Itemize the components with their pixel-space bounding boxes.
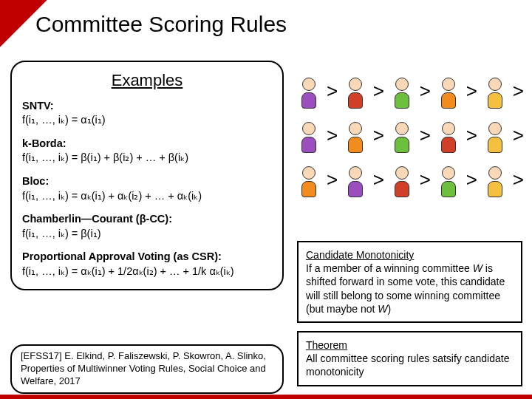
reference-box: [EFSS17] E. Elkind, P. Faliszewski, P. S… [10, 344, 284, 394]
candidate-icon [344, 73, 367, 109]
greater-than-icon: > [512, 124, 525, 147]
greater-than-icon: > [466, 80, 478, 103]
candidate-icon [483, 162, 507, 197]
kborda-label: k-Borda: [22, 137, 66, 149]
footer-accent [0, 395, 532, 399]
greater-than-icon: > [326, 168, 338, 191]
thm-text: All committee scoring rules satsify cand… [306, 352, 509, 378]
monotonicity-box: Candidate Monotonicity If a member of a … [297, 241, 522, 323]
candidate-icon [297, 73, 321, 109]
candidate-icon [390, 73, 414, 109]
mono-text: If a member of a winning committee W is … [306, 262, 505, 315]
greater-than-icon: > [466, 124, 478, 147]
greater-than-icon: > [466, 168, 478, 191]
greater-than-icon: > [326, 124, 338, 147]
pav-formula: f(i₁, …, iₖ) = αₖ(i₁) + 1/2αₖ(i₂) + … + … [22, 265, 234, 277]
greater-than-icon: > [326, 80, 338, 103]
candidate-icon [344, 117, 367, 153]
greater-than-icon: > [372, 80, 385, 103]
greater-than-icon: > [419, 80, 432, 103]
candidate-icon [437, 117, 460, 153]
sntv-formula: f(i₁, …, iₖ) = α₁(i₁) [22, 114, 106, 126]
pref-row: >>>>> [297, 160, 525, 200]
sntv-block: SNTV: f(i₁, …, iₖ) = α₁(i₁) [22, 99, 272, 128]
candidate-icon [390, 117, 414, 153]
pav-label: Proportional Approval Voting (as CSR): [22, 250, 222, 262]
pav-block: Proportional Approval Voting (as CSR): f… [22, 250, 272, 279]
candidate-icon [297, 162, 321, 197]
bloc-formula: f(i₁, …, iₖ) = αₖ(i₁) + αₖ(i₂) + … + αₖ(… [22, 190, 202, 202]
examples-box: Examples SNTV: f(i₁, …, iₖ) = α₁(i₁) k-B… [10, 61, 284, 290]
greater-than-icon: > [372, 168, 385, 191]
candidate-icon [437, 162, 460, 197]
mono-title: Candidate Monotonicity [306, 249, 414, 261]
cc-label: Chamberlin—Courant (β-CC): [22, 213, 172, 225]
kborda-formula: f(i₁, …, iₖ) = β(i₁) + β(i₂) + … + β(iₖ) [22, 151, 188, 163]
cc-block: Chamberlin—Courant (β-CC): f(i₁, …, iₖ) … [22, 212, 272, 241]
page-title: Committee Scoring Rules [35, 12, 287, 37]
preference-profile: >>>>>>>>>>>>>>> [297, 71, 525, 204]
greater-than-icon: > [419, 124, 432, 147]
cc-formula: f(i₁, …, iₖ) = β(i₁) [22, 228, 101, 239]
examples-heading: Examples [22, 69, 272, 92]
thm-title: Theorem [306, 339, 347, 351]
candidate-icon [297, 117, 321, 153]
candidate-icon [437, 73, 460, 109]
theorem-box: Theorem All committee scoring rules sats… [297, 331, 522, 386]
candidate-icon [483, 117, 507, 153]
bloc-block: Bloc: f(i₁, …, iₖ) = αₖ(i₁) + αₖ(i₂) + …… [22, 174, 272, 203]
greater-than-icon: > [372, 124, 385, 147]
candidate-icon [390, 162, 414, 197]
reference-text: [EFSS17] E. Elkind, P. Faliszewski, P. S… [21, 350, 266, 386]
candidate-icon [344, 162, 367, 197]
sntv-label: SNTV: [22, 100, 54, 112]
kborda-block: k-Borda: f(i₁, …, iₖ) = β(i₁) + β(i₂) + … [22, 137, 272, 166]
greater-than-icon: > [419, 168, 432, 191]
pref-row: >>>>> [297, 71, 525, 111]
greater-than-icon: > [512, 80, 525, 103]
greater-than-icon: > [512, 168, 525, 191]
candidate-icon [483, 73, 507, 109]
pref-row: >>>>> [297, 115, 525, 155]
bloc-label: Bloc: [22, 175, 49, 187]
